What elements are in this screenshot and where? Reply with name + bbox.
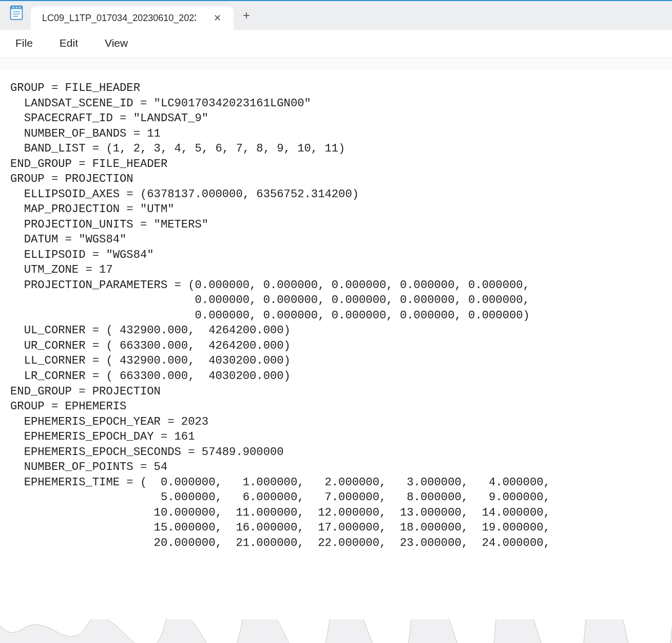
torn-edge-decoration — [0, 618, 672, 643]
close-tab-icon[interactable]: ✕ — [210, 10, 224, 26]
menu-edit[interactable]: Edit — [48, 33, 89, 53]
text-editor-content[interactable]: GROUP = FILE_HEADER LANDSAT_SCENE_ID = "… — [0, 69, 672, 618]
svg-point-4 — [19, 7, 20, 8]
notepad-window: LC09_L1TP_017034_20230610_2023( ✕ + File… — [0, 0, 672, 643]
menu-view[interactable]: View — [93, 33, 139, 53]
tab-title: LC09_L1TP_017034_20230610_2023( — [42, 13, 196, 24]
svg-point-3 — [16, 7, 17, 8]
document-tab[interactable]: LC09_L1TP_017034_20230610_2023( ✕ — [31, 6, 234, 30]
menu-file[interactable]: File — [4, 33, 44, 53]
titlebar: LC09_L1TP_017034_20230610_2023( ✕ + — [0, 1, 672, 30]
new-tab-button[interactable]: + — [234, 8, 259, 23]
notepad-app-icon — [9, 4, 24, 21]
menubar: File Edit View — [0, 30, 672, 58]
svg-point-2 — [13, 7, 14, 8]
